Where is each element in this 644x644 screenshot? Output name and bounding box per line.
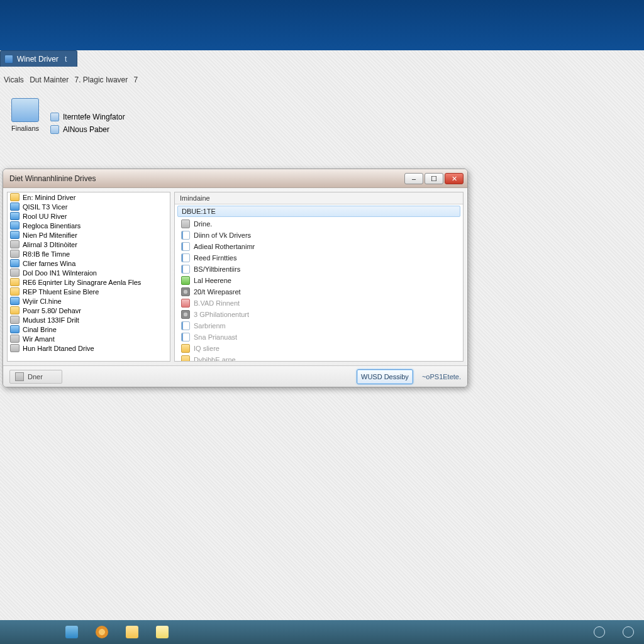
list-item-icon — [181, 265, 190, 274]
list-column-header[interactable]: Imindaine — [175, 192, 463, 204]
tree-node[interactable]: Wyiir Cl.hine — [8, 296, 170, 306]
list-item[interactable]: Drine. — [175, 218, 463, 230]
shortcut-label: AlNous Paber — [63, 125, 109, 134]
breadcrumb-part[interactable]: Vicals — [4, 75, 24, 84]
dialog-body: En: Minind DriverQISIL T3 VicerRool UU R… — [3, 188, 467, 365]
tree-node-label: Wyiir Cl.hine — [23, 297, 62, 305]
tree-node-icon — [10, 203, 19, 211]
tree-node[interactable]: Poarr 5.80/ Dehavr — [8, 306, 170, 315]
list-item[interactable]: Diinn of Vk Drivers — [175, 230, 463, 241]
breadcrumb: Vicals Dut Mainter 7. Plagic Iwaver 7 — [4, 75, 142, 84]
dialog-titlebar[interactable]: Diet Winnanhlinine Drives – ☐ ✕ — [3, 169, 467, 188]
list-item-icon — [181, 355, 190, 362]
list-item[interactable]: Sarbrienm — [175, 320, 463, 331]
tree-node[interactable]: Cinal Brine — [8, 325, 170, 334]
list-item[interactable]: 3 GPhilationenturt — [175, 309, 463, 320]
breadcrumb-part[interactable]: 7. Plagic Iwaver — [75, 75, 128, 84]
tree-node[interactable]: REP Thluent Esine Blere — [8, 287, 170, 296]
shortcut-item[interactable]: Iterntefe Wingfator — [50, 111, 125, 123]
dialog-footer: Dner WUSD Dessiby ~oPS1Etete. — [3, 365, 467, 387]
tree-node-label: Nien Pd Mitenifier — [23, 231, 77, 239]
desktop-top-band — [0, 0, 644, 50]
tree-node[interactable]: Clier farnes Wina — [8, 258, 170, 268]
folder-icon — [11, 98, 39, 122]
primary-action-button[interactable]: WUSD Dessiby — [357, 369, 413, 384]
tree-node[interactable]: Wir Amant — [8, 334, 170, 343]
breadcrumb-part[interactable]: 7 — [134, 75, 138, 84]
list-item[interactable]: DybibbE.arne — [175, 354, 463, 362]
desktop-shortcut[interactable]: Finalians — [6, 98, 44, 132]
list-item-icon — [181, 321, 190, 330]
tree-node[interactable]: Hun Harlt Dtaned Drive — [8, 343, 170, 353]
tree-node-icon — [10, 335, 19, 343]
list-item[interactable]: Adieal Rothertanimr — [175, 241, 463, 252]
tree-pane[interactable]: En: Minind DriverQISIL T3 VicerRool UU R… — [7, 192, 170, 362]
tree-node[interactable]: R8:IB fle Timne — [8, 249, 170, 258]
tree-node-label: En: Minind Driver — [23, 194, 75, 201]
tree-node-icon — [10, 306, 19, 314]
list-item-label: Diinn of Vk Drivers — [194, 231, 251, 239]
tree-node[interactable]: Dol Doo IN1 Wilnteraion — [8, 268, 170, 277]
tree-node-icon — [10, 344, 19, 352]
breadcrumb-part[interactable]: Dut Mainter — [30, 75, 69, 84]
list-item-label: Lal Heerene — [194, 277, 231, 284]
shortcut-item[interactable]: AlNous Paber — [50, 123, 125, 136]
list-item[interactable]: Lal Heerene — [175, 275, 463, 286]
tree-node[interactable]: Nien Pd Mitenifier — [8, 230, 170, 240]
tree-node-label: REP Thluent Esine Blere — [23, 288, 99, 296]
dialog-window: Diet Winnanhlinine Drives – ☐ ✕ En: Mini… — [3, 169, 468, 387]
close-button[interactable]: ✕ — [445, 173, 464, 184]
list-item-label: DybibbE.arne — [194, 356, 236, 362]
list-item-label: B.VAD Rinnent — [194, 299, 240, 307]
list-item-label: Drine. — [194, 220, 212, 228]
tree-node-icon — [10, 240, 19, 248]
tree-node[interactable]: Alirnal 3 DItinòiter — [8, 240, 170, 249]
list-item-label: Sarbrienm — [194, 322, 226, 330]
tree-node-label: Mudust 133IF Drilt — [23, 316, 79, 324]
tree-node[interactable]: Mudust 133IF Drilt — [8, 315, 170, 325]
maximize-button[interactable]: ☐ — [425, 173, 443, 184]
list-item-icon — [181, 287, 190, 296]
shortcut-list: Iterntefe Wingfator AlNous Paber — [50, 111, 125, 136]
list-item[interactable]: Sna Prianuast — [175, 331, 463, 343]
tree-node[interactable]: En: Minind Driver — [8, 192, 170, 202]
list-item-selected[interactable]: DBUE:1TE — [177, 206, 460, 217]
tray-power-icon[interactable] — [623, 626, 634, 638]
list-pane[interactable]: Imindaine DBUE:1TE Drine.Diinn of Vk Dri… — [174, 192, 464, 362]
tree-node-label: Cinal Brine — [23, 326, 57, 333]
taskbar-app-icon[interactable] — [126, 626, 138, 638]
list-item[interactable]: BS/Yiltbirentiirs — [175, 264, 463, 275]
tree-node[interactable]: Rool UU River — [8, 211, 170, 221]
taskbar-app-icon[interactable] — [156, 626, 169, 638]
list-item[interactable]: IQ sliere — [175, 343, 463, 354]
list-item[interactable]: 20/t Wirepasret — [175, 286, 463, 297]
tree-node[interactable]: Regloca Binentiars — [8, 221, 170, 230]
taskbar — [0, 620, 644, 644]
list-item-label: Adieal Rothertanimr — [194, 243, 255, 250]
app-tab-close-icon[interactable]: t — [62, 55, 69, 64]
list-item-icon — [181, 333, 190, 341]
tree-node-icon — [10, 231, 19, 239]
tray-settings-icon[interactable] — [594, 626, 605, 638]
list-item-icon — [181, 219, 190, 228]
tree-node[interactable]: RE6 Eqnirter Lity Sinagrare Aenla Fles — [8, 277, 170, 287]
tree-node[interactable]: QISIL T3 Vicer — [8, 202, 170, 211]
tree-node-label: Clier farnes Wina — [23, 260, 75, 267]
taskbar-app-icon[interactable] — [96, 626, 108, 638]
tree-node-label: RE6 Eqnirter Lity Sinagrare Aenla Fles — [23, 279, 141, 286]
app-tab[interactable]: Winet Driver t — [0, 50, 77, 67]
tree-node-label: Dol Doo IN1 Wilnteraion — [23, 269, 97, 277]
secondary-action-button[interactable]: ~oPS1Etete. — [422, 373, 461, 380]
tree-node-icon — [10, 297, 19, 305]
tree-node-label: Hun Harlt Dtaned Drive — [23, 345, 94, 352]
list-item[interactable]: Reed Firntties — [175, 252, 463, 264]
taskbar-app-icon[interactable] — [65, 626, 78, 638]
shortcut-icon — [50, 113, 59, 121]
minimize-button[interactable]: – — [404, 173, 423, 184]
tree-node-label: QISIL T3 Vicer — [23, 203, 67, 211]
tree-node-label: Poarr 5.80/ Dehavr — [23, 307, 81, 314]
list-item-label: 3 GPhilationenturt — [194, 311, 249, 318]
list-item[interactable]: B.VAD Rinnent — [175, 297, 463, 309]
shortcut-icon — [50, 125, 59, 134]
list-item-label: 20/t Wirepasret — [194, 288, 241, 296]
